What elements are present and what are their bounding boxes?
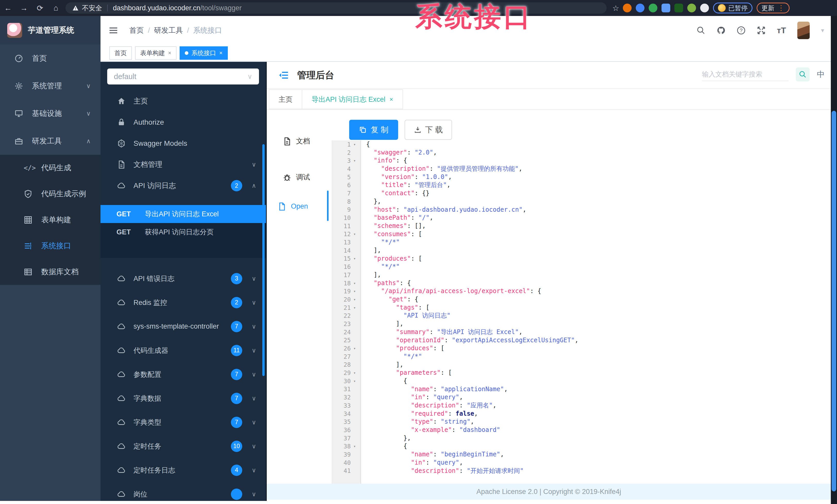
swagger-group-岗位[interactable]: 岗位∨ (101, 482, 266, 501)
page-scrollbar[interactable] (831, 16, 837, 504)
swagger-group-Redis 监控[interactable]: Redis 监控2∨ (101, 291, 266, 315)
fold-arrow-icon[interactable]: ▾ (351, 371, 358, 375)
url-host: dashboard.yudao.iocoder.cn (113, 4, 200, 12)
fold-arrow-icon[interactable]: ▾ (351, 346, 358, 351)
fullscreen-icon[interactable] (757, 26, 766, 35)
bookmark-star-icon[interactable]: ☆ (612, 4, 619, 13)
swagger-menu-文档管理[interactable]: 文档管理∨ (101, 154, 266, 175)
download-button[interactable]: 下 载 (405, 120, 452, 140)
sidebar-toggle-icon[interactable] (109, 26, 118, 34)
forward-icon[interactable]: → (16, 4, 32, 12)
line-number: 23 (332, 321, 351, 327)
tag-view-item[interactable]: 表单构建× (135, 46, 177, 60)
swagger-group-定时任务日志[interactable]: 定时任务日志4∨ (101, 458, 266, 482)
browser-menu-icon[interactable]: ⋮ (778, 4, 785, 12)
sidebar-subitem-代码生成示例[interactable]: 代码生成示例 (0, 181, 101, 207)
swagger-group-字典类型[interactable]: 字典类型7∨ (101, 410, 266, 434)
fold-arrow-icon[interactable]: ▾ (351, 158, 358, 163)
fold-arrow-icon[interactable]: ▾ (351, 444, 358, 449)
copy-button[interactable]: 复 制 (349, 120, 398, 140)
sidebar-subitem-表单构建[interactable]: 表单构建 (0, 207, 101, 233)
code-line: "description": "应用名", (366, 402, 831, 410)
swagger-group-参数配置[interactable]: 参数配置7∨ (101, 362, 266, 386)
doc-side-tab-Open[interactable]: Open (278, 202, 308, 210)
sidebar-item-研发工具[interactable]: 研发工具∧ (0, 127, 101, 155)
paused-label: 已暂停 (728, 4, 748, 12)
font-size-icon[interactable]: тT (777, 26, 786, 35)
page-scrollbar-thumb[interactable] (832, 111, 836, 491)
home-icon[interactable]: ⌂ (48, 4, 64, 12)
swagger-group-字典数据[interactable]: 字典数据7∨ (101, 386, 266, 410)
sidebar-subitem-系统接口[interactable]: 系统接口 (0, 233, 101, 259)
api-operation[interactable]: GET导出API 访问日志 Excel (101, 205, 266, 223)
api-operation[interactable]: GET获得API 访问日志分页 (101, 223, 266, 241)
doc-tab[interactable]: 主页 (269, 89, 302, 109)
doc-search-input[interactable] (702, 68, 788, 81)
line-number: 39 (332, 451, 351, 458)
help-icon[interactable]: ? (737, 26, 746, 35)
doc-side-tab-文档[interactable]: 文档 (283, 136, 310, 146)
doc-search-button[interactable] (796, 68, 810, 81)
browser-update-button[interactable]: 更新 ⋮ (756, 3, 789, 13)
gutter-line: 34 (332, 410, 360, 418)
close-icon[interactable]: × (168, 50, 171, 56)
doc-side-tab-调试[interactable]: 调试 (283, 172, 310, 182)
doc-tab[interactable]: 导出API 访问日志 Excel× (302, 89, 403, 109)
blue-drop-extension-icon[interactable] (636, 4, 644, 12)
green-leaf-extension-icon[interactable] (687, 4, 696, 12)
green-check-extension-icon[interactable] (648, 4, 657, 12)
swagger-group-label: Redis 监控 (133, 298, 167, 307)
sidebar-item-首页[interactable]: 首页 (0, 44, 101, 72)
sidebar-subitem-代码生成[interactable]: </>代码生成 (0, 155, 101, 181)
orange-extension-icon[interactable] (623, 4, 631, 12)
fold-arrow-icon[interactable]: ▾ (351, 297, 358, 302)
fold-arrow-icon[interactable]: ▾ (351, 232, 358, 237)
close-icon[interactable]: × (219, 50, 222, 56)
reload-icon[interactable]: ⟳ (32, 4, 48, 13)
paused-extension-badge[interactable]: 已暂停 (713, 3, 752, 13)
white-flower-extension-icon[interactable] (700, 4, 709, 12)
chevron-down-icon[interactable]: ▾ (821, 27, 824, 34)
breadcrumb-item[interactable]: 首页 (129, 25, 144, 35)
swagger-groups: API 错误日志3∨Redis 监控2∨sys-sms-template-con… (101, 266, 266, 501)
tag-view-item[interactable]: 系统接口× (180, 46, 228, 60)
code-line: "description": "提供管理员管理的所有功能", (366, 165, 831, 173)
swagger-group-代码生成器[interactable]: 代码生成器11∨ (101, 338, 266, 362)
swagger-menu-Authorize[interactable]: Authorize (101, 112, 266, 133)
api-group-select[interactable]: default ∨ (107, 69, 259, 85)
sidebar-subitem-数据库文档[interactable]: 数据库文档 (0, 259, 101, 285)
editor-code[interactable]: { "swagger": "2.0", "info": { "descripti… (361, 141, 831, 484)
blue-grid-extension-icon[interactable] (661, 4, 670, 12)
swagger-menu-Swagger Models[interactable]: Swagger Models (101, 133, 266, 154)
fold-arrow-icon[interactable]: ▾ (351, 256, 358, 261)
panel-scrollbar-thumb[interactable] (262, 144, 265, 376)
swagger-menu: 主页AuthorizeSwagger Models文档管理∨API 访问日志2∧ (101, 91, 266, 196)
tag-view-item[interactable]: 首页 (109, 46, 132, 60)
cloud-icon (117, 370, 126, 379)
search-icon[interactable] (697, 26, 705, 35)
swagger-group-定时任务[interactable]: 定时任务10∨ (101, 434, 266, 458)
fold-arrow-icon[interactable]: ▾ (351, 305, 358, 310)
language-toggle-icon[interactable]: 中 (817, 69, 825, 80)
collapse-menu-icon[interactable] (278, 70, 289, 80)
code-line: "/api/infra/api-access-log/export-excel"… (366, 287, 831, 295)
sidebar-item-基础设施[interactable]: 基础设施∨ (0, 100, 101, 127)
fold-arrow-icon[interactable]: ▾ (351, 379, 358, 384)
breadcrumb-item[interactable]: 研发工具 (154, 25, 183, 35)
line-number: 2 (332, 149, 351, 156)
fold-arrow-icon[interactable]: ▾ (351, 289, 358, 294)
fold-arrow-icon[interactable]: ▾ (351, 281, 358, 286)
fold-arrow-icon[interactable]: ▾ (351, 142, 358, 147)
security-label[interactable]: 不安全 (82, 4, 102, 13)
swagger-menu-主页[interactable]: 主页 (101, 91, 266, 112)
back-icon[interactable]: ← (0, 4, 16, 12)
sidebar-item-系统管理[interactable]: 系统管理∨ (0, 72, 101, 100)
close-icon[interactable]: × (390, 96, 393, 103)
code-editor[interactable]: 1▾23▾456789101112▾131415▾161718▾19▾20▾21… (332, 141, 831, 484)
swagger-menu-API 访问日志[interactable]: API 访问日志2∧ (101, 175, 266, 196)
dark-on-extension-icon[interactable] (674, 4, 683, 12)
swagger-group-sys-sms-template-controller[interactable]: sys-sms-template-controller7∨ (101, 315, 266, 338)
swagger-group-API 错误日志[interactable]: API 错误日志3∨ (101, 266, 266, 291)
github-icon[interactable] (717, 26, 726, 35)
user-avatar[interactable] (797, 22, 810, 39)
